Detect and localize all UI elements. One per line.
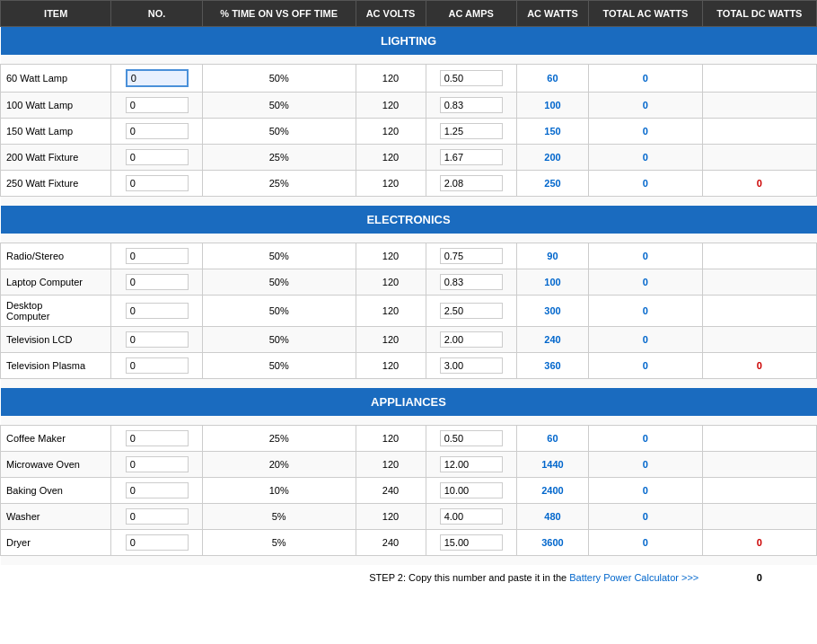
ac-volts-cell: 120	[356, 243, 426, 269]
ac-amps-input[interactable]	[440, 456, 503, 472]
ac-volts-cell: 120	[356, 504, 426, 530]
no-cell[interactable]	[111, 530, 202, 556]
no-input[interactable]	[126, 97, 189, 113]
no-cell[interactable]	[111, 171, 202, 197]
total-ac-watts-cell: 0	[589, 504, 703, 530]
no-input[interactable]	[126, 534, 189, 551]
table-row: 200 Watt Fixture25%1202000	[1, 145, 817, 171]
header-row: ITEM NO. % TIME ON VS OFF TIME AC VOLTS …	[1, 1, 817, 27]
no-input[interactable]	[126, 274, 189, 290]
col-ac-watts: AC WATTS	[516, 1, 588, 27]
ac-amps-input[interactable]	[440, 482, 503, 498]
ac-volts-cell: 120	[356, 119, 426, 145]
total-dc-watts-cell: 0	[702, 530, 816, 556]
table-row: Laptop Computer50%1201000	[1, 269, 817, 296]
ac-amps-cell	[426, 530, 516, 556]
item-name-cell: Microwave Oven	[1, 452, 111, 478]
col-ac-amps: AC AMPS	[426, 1, 516, 27]
pct-cell: 25%	[202, 145, 356, 171]
footer-text-cell: STEP 2: Copy this number and paste it in…	[1, 565, 703, 590]
no-input[interactable]	[126, 456, 189, 472]
ac-volts-cell: 120	[356, 93, 426, 119]
item-name-cell: Dryer	[1, 530, 111, 556]
no-input[interactable]	[126, 331, 189, 348]
section-header-2: APPLIANCES	[1, 388, 817, 416]
pct-cell: 5%	[202, 530, 356, 556]
total-dc-watts-cell	[702, 504, 816, 530]
no-cell[interactable]	[111, 296, 202, 327]
no-cell[interactable]	[111, 426, 202, 452]
ac-amps-input[interactable]	[440, 508, 503, 525]
ac-amps-input[interactable]	[440, 175, 503, 191]
ac-amps-input[interactable]	[440, 123, 503, 139]
ac-amps-input[interactable]	[440, 331, 503, 348]
no-input[interactable]	[126, 430, 189, 446]
pct-cell: 50%	[202, 269, 356, 296]
no-input[interactable]	[126, 508, 189, 525]
total-dc-watts-cell	[702, 269, 816, 296]
no-input[interactable]	[126, 175, 189, 191]
ac-amps-input[interactable]	[440, 430, 503, 446]
no-input[interactable]	[126, 303, 189, 319]
no-cell[interactable]	[111, 119, 202, 145]
ac-watts-cell: 3600	[516, 530, 588, 556]
no-input[interactable]	[126, 149, 189, 165]
item-name-cell: Radio/Stereo	[1, 243, 111, 269]
no-cell[interactable]	[111, 93, 202, 119]
ac-amps-input[interactable]	[440, 97, 503, 113]
ac-volts-cell: 120	[356, 145, 426, 171]
section-spacer-1	[1, 234, 817, 243]
ac-watts-cell: 60	[516, 65, 588, 93]
ac-watts-cell: 250	[516, 171, 588, 197]
battery-calculator-link[interactable]: Battery Power Calculator >>>	[569, 572, 698, 583]
no-cell[interactable]	[111, 65, 202, 93]
ac-amps-cell	[426, 327, 516, 353]
no-cell[interactable]	[111, 269, 202, 296]
no-input[interactable]	[126, 69, 189, 87]
table-row: 250 Watt Fixture25%12025000	[1, 171, 817, 197]
ac-watts-cell: 2400	[516, 478, 588, 504]
item-name-cell: Television Plasma	[1, 353, 111, 379]
no-cell[interactable]	[111, 145, 202, 171]
no-input[interactable]	[126, 248, 189, 264]
no-input[interactable]	[126, 357, 189, 374]
total-dc-watts-cell	[702, 243, 816, 269]
ac-watts-cell: 480	[516, 504, 588, 530]
ac-amps-input[interactable]	[440, 248, 503, 264]
ac-amps-input[interactable]	[440, 303, 503, 319]
ac-amps-input[interactable]	[440, 534, 503, 551]
ac-amps-input[interactable]	[440, 274, 503, 290]
item-name-cell: 200 Watt Fixture	[1, 145, 111, 171]
no-input[interactable]	[126, 482, 189, 498]
item-name-cell: Coffee Maker	[1, 426, 111, 452]
item-name-cell: Baking Oven	[1, 478, 111, 504]
total-dc-watts-cell	[702, 327, 816, 353]
ac-amps-input[interactable]	[440, 357, 503, 374]
no-cell[interactable]	[111, 478, 202, 504]
total-ac-watts-cell: 0	[589, 65, 703, 93]
ac-amps-input[interactable]	[440, 70, 503, 86]
pct-cell: 50%	[202, 353, 356, 379]
ac-amps-cell	[426, 426, 516, 452]
pct-cell: 25%	[202, 171, 356, 197]
no-cell[interactable]	[111, 353, 202, 379]
item-name-cell: Laptop Computer	[1, 269, 111, 296]
no-cell[interactable]	[111, 452, 202, 478]
total-dc-watts-cell	[702, 119, 816, 145]
total-dc-watts-cell	[702, 452, 816, 478]
section-title-2: APPLIANCES	[1, 388, 817, 416]
no-cell[interactable]	[111, 327, 202, 353]
ac-volts-cell: 120	[356, 327, 426, 353]
table-row: Television LCD50%1202400	[1, 327, 817, 353]
col-pct: % TIME ON VS OFF TIME	[202, 1, 356, 27]
total-ac-watts-cell: 0	[589, 119, 703, 145]
no-cell[interactable]	[111, 504, 202, 530]
table-row: 150 Watt Lamp50%1201500	[1, 119, 817, 145]
table-row: DesktopComputer50%1203000	[1, 296, 817, 327]
col-total-ac-watts: TOTAL AC WATTS	[589, 1, 703, 27]
total-ac-watts-cell: 0	[589, 478, 703, 504]
no-input[interactable]	[126, 123, 189, 139]
ac-volts-cell: 120	[356, 269, 426, 296]
no-cell[interactable]	[111, 243, 202, 269]
ac-amps-input[interactable]	[440, 149, 503, 165]
